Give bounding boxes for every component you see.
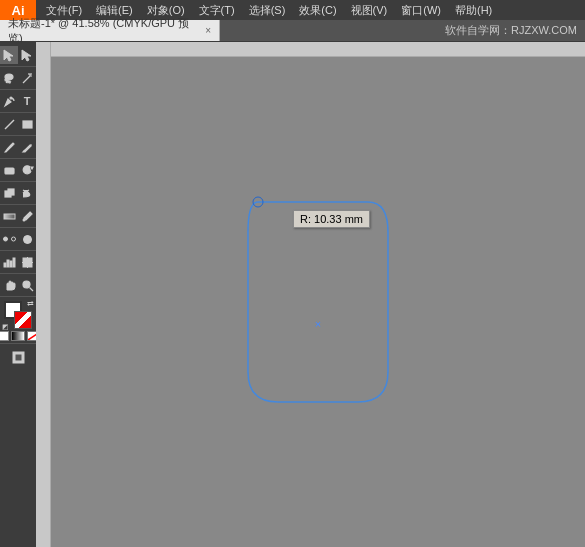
color-area: ⇄ ◩ bbox=[0, 297, 36, 343]
artboard: R: 10.33 mm × bbox=[238, 192, 398, 412]
svg-point-30 bbox=[23, 281, 30, 288]
solid-color-btn[interactable] bbox=[0, 331, 9, 341]
menu-text[interactable]: 文字(T) bbox=[193, 1, 241, 20]
eyedropper-tool[interactable] bbox=[18, 207, 36, 225]
color-mode-buttons bbox=[0, 331, 36, 341]
radius-tooltip: R: 10.33 mm bbox=[293, 210, 370, 228]
none-btn[interactable] bbox=[27, 331, 36, 341]
symbol-tool[interactable] bbox=[18, 230, 36, 248]
menu-view[interactable]: 视图(V) bbox=[345, 1, 394, 20]
svg-rect-10 bbox=[5, 168, 14, 174]
svg-point-7 bbox=[10, 97, 12, 99]
svg-marker-1 bbox=[22, 50, 31, 61]
eraser-tools bbox=[0, 159, 36, 182]
shape-tools bbox=[0, 113, 36, 136]
artboard-tool[interactable] bbox=[18, 253, 36, 271]
svg-marker-11 bbox=[31, 167, 33, 169]
svg-point-16 bbox=[3, 237, 7, 241]
eraser-tool[interactable] bbox=[0, 161, 18, 179]
svg-point-17 bbox=[11, 237, 15, 241]
svg-point-15 bbox=[22, 218, 25, 221]
type-tool[interactable]: T bbox=[18, 92, 36, 110]
select-tool[interactable] bbox=[0, 46, 18, 64]
radius-value: R: 10.33 mm bbox=[300, 213, 363, 225]
gradient-btn[interactable] bbox=[11, 331, 25, 341]
swap-colors-icon[interactable]: ⇄ bbox=[27, 299, 34, 308]
svg-line-31 bbox=[29, 287, 33, 291]
ruler-horizontal bbox=[36, 42, 585, 57]
ruler-vertical bbox=[36, 42, 51, 547]
chart-tools bbox=[0, 251, 36, 274]
svg-rect-14 bbox=[4, 214, 15, 219]
gradient-tools bbox=[0, 205, 36, 228]
svg-rect-21 bbox=[4, 263, 6, 267]
svg-rect-24 bbox=[13, 258, 15, 267]
screen-mode-btn[interactable] bbox=[9, 348, 27, 366]
color-squares[interactable]: ⇄ ◩ bbox=[4, 301, 32, 329]
tab-label: 未标题-1* @ 41.58% (CMYK/GPU 预览) bbox=[8, 16, 195, 46]
center-marker: × bbox=[315, 318, 321, 330]
website-label: 软件自学网：RJZXW.COM bbox=[445, 23, 577, 38]
default-colors-icon[interactable]: ◩ bbox=[2, 323, 9, 331]
blend-tools bbox=[0, 228, 36, 251]
svg-point-2 bbox=[5, 74, 13, 80]
direct-select-tool[interactable] bbox=[18, 46, 36, 64]
bar-chart-tool[interactable] bbox=[0, 253, 18, 271]
fill-color[interactable] bbox=[14, 311, 32, 329]
selection-tools bbox=[0, 44, 36, 67]
menu-window[interactable]: 窗口(W) bbox=[395, 1, 447, 20]
pen-tools: T bbox=[0, 90, 36, 113]
svg-line-3 bbox=[23, 76, 30, 83]
svg-rect-9 bbox=[23, 121, 32, 128]
tab-website: 软件自学网：RJZXW.COM bbox=[220, 20, 585, 41]
canvas-content[interactable]: R: 10.33 mm × bbox=[51, 57, 585, 547]
svg-rect-13 bbox=[8, 189, 14, 195]
svg-marker-0 bbox=[4, 50, 13, 61]
svg-line-8 bbox=[5, 120, 14, 129]
line-tool[interactable] bbox=[0, 115, 18, 133]
brush-tools bbox=[0, 136, 36, 159]
menu-select[interactable]: 选择(S) bbox=[243, 1, 292, 20]
canvas-area: R: 10.33 mm × bbox=[36, 42, 585, 547]
active-tab[interactable]: 未标题-1* @ 41.58% (CMYK/GPU 预览) × bbox=[0, 20, 220, 41]
rect-tool[interactable] bbox=[18, 115, 36, 133]
blend-tool[interactable] bbox=[0, 230, 18, 248]
svg-rect-23 bbox=[10, 261, 12, 267]
svg-line-32 bbox=[28, 332, 36, 340]
menu-help[interactable]: 帮助(H) bbox=[449, 1, 498, 20]
svg-rect-25 bbox=[23, 258, 32, 267]
scale-tool[interactable] bbox=[0, 184, 18, 202]
transform-tools bbox=[0, 182, 36, 205]
warp-tool[interactable] bbox=[18, 184, 36, 202]
pencil-tool[interactable] bbox=[18, 138, 36, 156]
shape-container[interactable]: R: 10.33 mm × bbox=[238, 192, 398, 412]
pen-tool[interactable] bbox=[0, 92, 18, 110]
magic-wand-tool[interactable] bbox=[18, 69, 36, 87]
svg-rect-34 bbox=[15, 354, 22, 361]
svg-rect-22 bbox=[7, 260, 9, 267]
paintbrush-tool[interactable] bbox=[0, 138, 18, 156]
zoom-tool[interactable] bbox=[18, 276, 36, 294]
menu-effect[interactable]: 效果(C) bbox=[293, 1, 342, 20]
tab-bar: 未标题-1* @ 41.58% (CMYK/GPU 预览) × 软件自学网：RJ… bbox=[0, 20, 585, 42]
navigate-tools bbox=[0, 274, 36, 297]
left-toolbar: T bbox=[0, 42, 36, 547]
hand-tool[interactable] bbox=[0, 276, 18, 294]
lasso-tools bbox=[0, 67, 36, 90]
main-area: T bbox=[0, 42, 585, 547]
gradient-tool[interactable] bbox=[0, 207, 18, 225]
rotate-tool[interactable] bbox=[18, 161, 36, 179]
tab-close-button[interactable]: × bbox=[205, 25, 211, 36]
lasso-tool[interactable] bbox=[0, 69, 18, 87]
